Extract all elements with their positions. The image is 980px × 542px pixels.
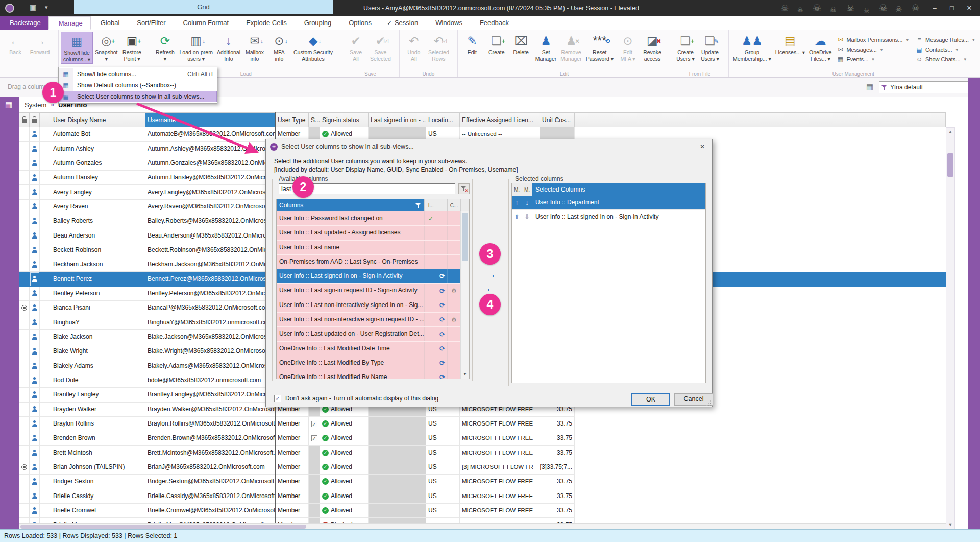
grid-header-cell[interactable]: S... (309, 112, 320, 127)
license-cell[interactable]: [3] MICROSOFT FLOW FR (460, 460, 540, 475)
scroll-down-icon[interactable]: ▼ (946, 521, 954, 529)
list-item[interactable]: On-Premises from AAD :: Last Sync - On-P… (277, 255, 461, 269)
username-cell[interactable]: Brielle.May@M365x85832012.OnMicrosoft.co… (145, 518, 276, 523)
user-type-cell[interactable]: Member (276, 417, 309, 431)
username-cell[interactable]: Beau.Anderson@M365x85832012.OnMicrosoft.… (145, 228, 276, 243)
user-display-name-cell[interactable]: Braylon Rollins (51, 417, 145, 431)
list-item[interactable]: ⇧ ⇩ User Info :: Last signed in on - Sig… (512, 210, 705, 224)
user-display-name-cell[interactable]: Brian Johnson (TAILSPIN) (51, 460, 145, 475)
grid-header-cell[interactable]: User Type (276, 112, 309, 127)
sync-enabled-cell[interactable] (309, 518, 320, 523)
table-row[interactable]: Brielle May Brielle.May@M365x85832012.On… (19, 518, 946, 523)
clear-filter-button[interactable]: ✕ (458, 183, 470, 194)
username-cell[interactable]: Autumn.Hansley@M365x85832012.OnMicrosoft… (145, 171, 276, 185)
ribbon-small-button[interactable]: ▤ Contacts... (916, 44, 975, 54)
ribbon-tab[interactable]: ✓Session (379, 16, 426, 30)
last-signed-in-cell[interactable] (369, 460, 426, 475)
user-type-cell[interactable]: Member (276, 518, 309, 523)
table-row[interactable]: Braylon Rollins Braylon.Rollins@M365x858… (19, 417, 946, 431)
tab-system[interactable]: System (24, 101, 46, 109)
table-row[interactable]: Brett Mcintosh Brett.Mcintosh@M365x85832… (19, 446, 946, 460)
username-cell[interactable]: Avery.Langley@M365x85832012.OnMicrosoft.… (145, 185, 276, 199)
ribbon-small-button[interactable]: ≡ Message Rules... (916, 35, 975, 44)
maximize-button[interactable]: □ (943, 0, 961, 16)
user-display-name-cell[interactable]: Blake Wright (51, 344, 145, 359)
ribbon-button[interactable]: ♟♟ Group Membership... ▾ (731, 32, 773, 63)
license-cell[interactable]: MICROSOFT FLOW FREE (460, 489, 540, 504)
signin-status-cell[interactable]: Allowed (320, 489, 369, 504)
ribbon-small-button[interactable]: ☺ Show Chats... (916, 54, 975, 64)
dialog-title-bar[interactable]: ✳ Select User columns to show in all sub… (266, 139, 712, 154)
table-row[interactable]: Brielle Cassidy Brielle.Cassidy@M365x858… (19, 489, 946, 504)
unit-cost-cell[interactable]: 33.75 (540, 446, 575, 460)
checkbox[interactable] (311, 421, 317, 427)
license-cell[interactable]: MICROSOFT FLOW FREE (460, 431, 540, 445)
ribbon-button[interactable]: ✎ Edit (460, 32, 484, 57)
sync-enabled-cell[interactable] (309, 446, 320, 460)
user-display-name-cell[interactable]: Autumn Hansley (51, 171, 145, 185)
user-display-name-cell[interactable]: Brielle Cromwel (51, 504, 145, 518)
ribbon-tab[interactable]: Column Format (174, 16, 237, 30)
ribbon-button[interactable]: ⊙↓ MFA info (267, 32, 291, 63)
ribbon-button[interactable]: ◆↓ Custom Security Attributes (291, 32, 335, 63)
close-button[interactable]: ✕ (961, 0, 978, 16)
grid-header-cell[interactable]: Locatio... (426, 112, 460, 127)
user-display-name-cell[interactable]: Brielle Cassidy (51, 489, 145, 504)
user-display-name-cell[interactable]: BinghuaY (51, 315, 145, 329)
chevron-down-icon[interactable]: ▾ (45, 4, 48, 11)
license-cell[interactable]: MICROSOFT FLOW FREE (460, 504, 540, 518)
unit-cost-cell[interactable]: 33.75 (540, 431, 575, 445)
ribbon-tab[interactable]: Manage (48, 16, 91, 30)
user-display-name-cell[interactable]: Avery Raven (51, 200, 145, 214)
table-row[interactable]: Brenden Brown Brenden.Brown@M365x8583201… (19, 431, 946, 445)
ribbon-button[interactable]: ❏✎ Update Users ▾ (698, 32, 722, 63)
ribbon-small-button[interactable]: ✉ Mailbox Permissions... (837, 35, 909, 44)
dialog-close-button[interactable]: ✕ (696, 142, 709, 151)
scrollbar-thumb[interactable] (947, 153, 953, 177)
list-item[interactable]: OneDrive Info :: Last Modified Date Time… (277, 342, 461, 356)
last-signed-in-cell[interactable] (369, 489, 426, 504)
ribbon-button[interactable]: ✔ Save All (344, 32, 368, 63)
list-item[interactable]: User Info :: Last updated - Assigned lic… (277, 226, 461, 240)
minimize-button[interactable]: – (926, 0, 943, 16)
ribbon-button[interactable]: ✉↓ Mailbox info (242, 32, 267, 63)
username-cell[interactable]: Bailey.Roberts@M365x85832012.OnMicrosoft… (145, 214, 276, 228)
ribbon-small-button[interactable]: ▦ Events... (837, 54, 909, 64)
user-display-name-cell[interactable]: Bentley Peterson (51, 287, 145, 301)
ribbon-button[interactable]: ♟✕ Remove Manager (558, 32, 583, 63)
grid-header-cell[interactable]: Unit Cos... (540, 112, 575, 127)
move-down-icon[interactable]: ↓ (522, 196, 532, 209)
ribbon-button[interactable]: ***⟲ Reset Password ▾ (584, 32, 616, 63)
ribbon-tab[interactable]: Grouping (295, 16, 339, 30)
user-display-name-cell[interactable]: Bod Dole (51, 373, 145, 388)
username-cell[interactable]: BinghuaY@M365x85832012.onmicrosoft.com (145, 315, 276, 329)
username-cell[interactable]: Braylon.Rollins@M365x85832012.OnMicrosof… (145, 417, 276, 431)
user-display-name-cell[interactable]: Brett Mcintosh (51, 446, 145, 460)
grid-header-cell[interactable]: User Display Name (51, 112, 145, 127)
filter-funnel-icon[interactable] (415, 203, 422, 208)
move-up-icon[interactable]: ↑ (512, 196, 522, 209)
move-up-icon[interactable]: ⇧ (512, 210, 522, 224)
license-cell[interactable]: MICROSOFT FLOW FREE (460, 475, 540, 489)
username-cell[interactable]: Bentley.Peterson@M365x85832012.OnMicroso… (145, 287, 276, 301)
user-display-name-cell[interactable]: Beckham Jackson (51, 257, 145, 272)
username-cell[interactable]: Avery.Raven@M365x85832012.OnMicrosoft.co… (145, 200, 276, 214)
location-cell[interactable]: US (426, 489, 460, 504)
ribbon-tab[interactable]: Options (339, 16, 379, 30)
selected-columns-header[interactable]: Selected Columns (532, 183, 705, 196)
license-cell[interactable] (460, 518, 540, 523)
table-row[interactable]: Bridger Sexton Bridger.Sexton@M365x85832… (19, 475, 946, 489)
username-cell[interactable]: Blake.Wright@M365x85832012.OnMicrosoft.c… (145, 344, 276, 359)
scroll-up-icon[interactable]: ▲ (946, 128, 954, 136)
user-type-cell[interactable]: Member (276, 475, 309, 489)
signin-status-cell[interactable]: Allowed (320, 460, 369, 475)
sync-enabled-cell[interactable] (309, 489, 320, 504)
menu-item[interactable]: ▦ Select User columns to show in all sub… (59, 91, 217, 102)
move-down-icon[interactable]: ⇩ (522, 210, 532, 224)
username-cell[interactable]: Brayden.Walker@M365x85832012.OnMicrosoft… (145, 403, 276, 417)
user-display-name-cell[interactable]: Bailey Roberts (51, 214, 145, 228)
unit-cost-cell[interactable]: 33.75 (540, 518, 575, 523)
columns-header[interactable]: Columns (277, 199, 424, 211)
view-selector[interactable]: Ytria default ▾ (879, 81, 974, 93)
list-item[interactable]: User Info :: Password last changed on ✓ … (277, 211, 461, 226)
